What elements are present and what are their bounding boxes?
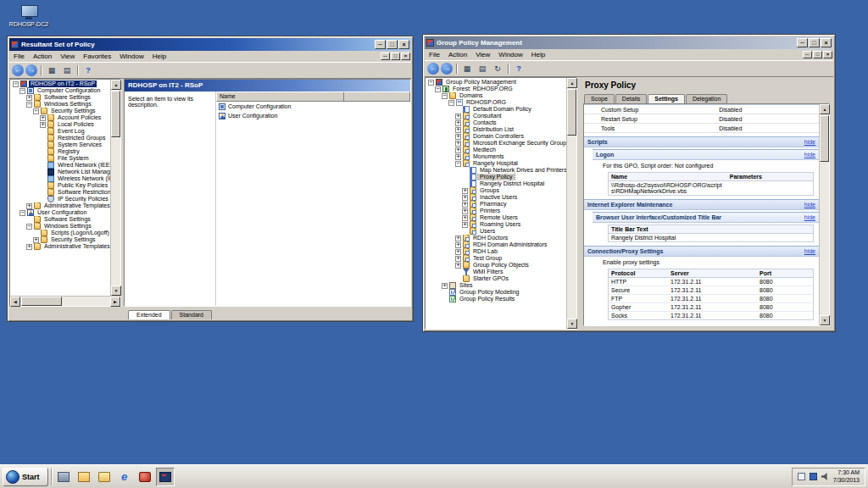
tree-item-administrative-templates[interactable]: +Administrative Templates — [10, 243, 110, 250]
media-app-red-icon[interactable] — [136, 468, 154, 486]
menu-window[interactable]: Window — [115, 52, 147, 61]
minimize-icon[interactable] — [797, 38, 808, 47]
expand-icon[interactable]: + — [462, 215, 468, 221]
tree-item-software-settings[interactable]: Software Settings — [10, 216, 110, 223]
tree-item-sites[interactable]: +Sites — [426, 282, 566, 289]
expand-icon[interactable]: + — [462, 188, 468, 194]
tree-item-default-domain-policy[interactable]: Default Domain Policy — [426, 106, 566, 113]
hide-link[interactable]: hide — [804, 214, 815, 220]
tree-item-rdh-lab[interactable]: +RDH Lab — [426, 248, 566, 255]
tree-item-monuments[interactable]: +Monuments — [426, 153, 566, 160]
expand-icon[interactable]: + — [455, 147, 461, 153]
tree-vertical-scrollbar[interactable] — [566, 78, 576, 329]
menu-action[interactable]: Action — [444, 50, 471, 59]
expand-icon[interactable]: + — [455, 134, 461, 140]
list-item-computer-configuration[interactable]: Computer Configuration — [216, 102, 410, 111]
tree-item-printers[interactable]: +Printers — [426, 208, 566, 214]
tree-item-system-services[interactable]: System Services — [10, 141, 110, 148]
volume-icon[interactable] — [821, 473, 829, 480]
help-icon[interactable] — [81, 64, 95, 77]
tree-item-domain-controllers[interactable]: +Domain Controllers — [426, 133, 566, 140]
notification-icon[interactable] — [810, 473, 817, 480]
expand-icon[interactable]: + — [455, 242, 461, 248]
export-list-icon[interactable] — [476, 63, 489, 75]
report-vertical-scrollbar[interactable] — [819, 104, 829, 325]
tree-item-test-group[interactable]: +Test Group — [426, 255, 566, 262]
expand-icon[interactable]: + — [455, 127, 461, 133]
help-icon[interactable] — [512, 63, 526, 75]
tree-item-administrative-templates[interactable]: +Administrative Templates — [10, 202, 110, 209]
tree-item-forest-rdhosp-org[interactable]: −Forest: RDHOSP.ORG — [426, 86, 566, 92]
tree-item-computer-configuration[interactable]: −Computer Configuration — [10, 87, 110, 94]
tree-item-group-policy-management[interactable]: −Group Policy Management — [426, 79, 566, 86]
tree-item-group-policy-modeling[interactable]: Group Policy Modeling — [426, 289, 566, 296]
tree-item-event-log[interactable]: Event Log — [10, 128, 110, 135]
expand-icon[interactable]: + — [455, 256, 461, 262]
expand-icon[interactable]: + — [462, 208, 468, 214]
scroll-track[interactable] — [20, 297, 110, 306]
child-minimize-icon[interactable] — [803, 51, 812, 58]
hide-link[interactable]: hide — [804, 202, 815, 208]
collapse-icon[interactable]: − — [442, 93, 448, 99]
tree-item-rdhosp-org[interactable]: −RDHOSP.ORG — [426, 99, 566, 106]
maximize-icon[interactable] — [387, 40, 398, 49]
tree-item-users[interactable]: Users — [426, 228, 566, 235]
menu-file[interactable]: File — [9, 52, 29, 61]
tab-details[interactable]: Details — [615, 94, 647, 103]
tree-item-wmi-filters[interactable]: WMI Filters — [426, 269, 566, 275]
tree-item-group-policy-objects[interactable]: +Group Policy Objects — [426, 262, 566, 269]
collapse-icon[interactable]: − — [19, 88, 25, 94]
tree-item-pharmacy[interactable]: +Pharmacy — [426, 201, 566, 208]
expand-icon[interactable]: + — [455, 263, 461, 269]
tree-item-proxy-policy[interactable]: Proxy Policy — [426, 174, 566, 180]
scroll-thumb[interactable] — [820, 115, 829, 162]
back-icon[interactable] — [427, 63, 439, 75]
forward-icon[interactable] — [25, 64, 37, 76]
scroll-thumb[interactable] — [567, 89, 576, 136]
desktop-icon-computer[interactable]: RDHOSP-DC2 — [5, 5, 53, 27]
scroll-left-icon[interactable] — [10, 297, 20, 307]
internet-explorer-icon[interactable]: e — [115, 468, 134, 486]
folder-icon[interactable] — [95, 468, 114, 486]
scroll-thumb[interactable] — [111, 91, 120, 137]
collapse-icon[interactable]: − — [13, 81, 19, 87]
menu-favorites[interactable]: Favorites — [79, 52, 115, 61]
expand-icon[interactable]: + — [455, 236, 461, 241]
tree-item-software-restriction-policies[interactable]: Software Restriction Policies — [10, 189, 110, 196]
scroll-right-icon[interactable] — [110, 297, 120, 307]
taskbar-clock[interactable]: 7:30 AM 7/30/2013 — [833, 469, 860, 485]
child-minimize-icon[interactable] — [381, 53, 390, 60]
maximize-icon[interactable] — [809, 38, 820, 47]
collapse-icon[interactable]: − — [26, 224, 32, 230]
tree-item-rdh-doctors[interactable]: +RDH Doctors — [426, 235, 566, 241]
tree-item-user-configuration[interactable]: −User Configuration — [10, 209, 110, 216]
tab-scope[interactable]: Scope — [584, 94, 615, 103]
tree-item-consultant[interactable]: +Consultant — [426, 113, 566, 119]
expand-icon[interactable]: + — [455, 249, 461, 255]
tree-item-file-system[interactable]: File System — [10, 155, 110, 162]
tree-vertical-scrollbar[interactable] — [110, 80, 120, 296]
tree-item-roaming-users[interactable]: +Roaming Users — [426, 221, 566, 228]
tree-item-distribution-list[interactable]: +Distribution List — [426, 126, 566, 133]
show-console-tree-icon[interactable] — [45, 64, 58, 77]
expand-icon[interactable]: + — [455, 141, 461, 147]
back-icon[interactable] — [12, 64, 24, 76]
scroll-thumb[interactable] — [21, 297, 62, 306]
close-icon[interactable] — [821, 38, 832, 47]
tab-settings[interactable]: Settings — [648, 94, 685, 103]
menu-help[interactable]: Help — [148, 52, 170, 61]
hide-link[interactable]: hide — [804, 152, 815, 158]
tree-item-remote-users[interactable]: +Remote Users — [426, 214, 566, 221]
collapse-icon[interactable]: − — [455, 161, 461, 167]
expand-icon[interactable]: + — [455, 114, 461, 119]
tree-item-restricted-groups[interactable]: Restricted Groups — [10, 135, 110, 141]
hide-link[interactable]: hide — [804, 248, 815, 254]
expand-icon[interactable]: + — [33, 237, 39, 243]
tab-standard[interactable]: Standard — [171, 310, 212, 319]
tree-item-contacts[interactable]: +Contacts — [426, 119, 566, 126]
expand-icon[interactable]: + — [26, 203, 32, 209]
menu-file[interactable]: File — [425, 50, 444, 59]
tree-item-microsoft-exchange-security-groups[interactable]: +Microsoft Exchange Security Groups — [426, 140, 566, 147]
tree-item-scripts-logon-logoff[interactable]: Scripts (Logon/Logoff) — [10, 230, 110, 236]
scroll-track[interactable] — [111, 90, 120, 286]
